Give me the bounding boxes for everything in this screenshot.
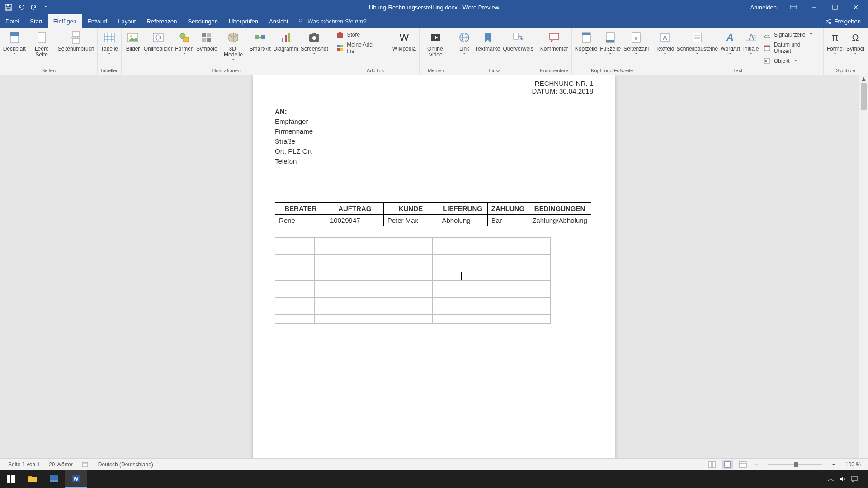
- tell-me-search[interactable]: Was möchten Sie tun?: [294, 14, 367, 28]
- svg-rect-32: [202, 33, 206, 37]
- 3d-models-button[interactable]: 3D-Modelle: [218, 29, 248, 62]
- group-symbols: π Formel Ω Symbol Symbole: [824, 28, 868, 75]
- footer-button[interactable]: Fußzeile: [599, 29, 622, 56]
- svg-rect-90: [7, 479, 10, 483]
- vertical-scrollbar[interactable]: ▲ ▼: [859, 75, 868, 472]
- svg-rect-41: [288, 33, 290, 42]
- status-words[interactable]: 29 Wörter: [44, 461, 77, 468]
- info-table[interactable]: BERATER AUFTRAG KUNDE LIEFERUNG ZAHLUNG …: [275, 202, 591, 226]
- read-mode-icon[interactable]: [706, 460, 718, 469]
- svg-rect-16: [10, 32, 19, 36]
- online-video-button[interactable]: Online-video: [421, 29, 451, 59]
- tab-file[interactable]: Datei: [0, 14, 24, 28]
- page-break-button[interactable]: Seitenumbruch: [57, 29, 95, 53]
- signature-line-button[interactable]: Signaturzeile: [761, 30, 821, 39]
- link-button[interactable]: Link: [455, 29, 474, 56]
- undo-icon[interactable]: [16, 2, 26, 12]
- smartart-button[interactable]: SmartArt: [248, 29, 272, 53]
- taskbar-word-icon[interactable]: W: [65, 470, 87, 488]
- document-page[interactable]: RECHNUNG NR. 1 DATUM: 30.04.2018 AN: Emp…: [253, 75, 615, 472]
- store-icon: [336, 31, 344, 39]
- tab-home[interactable]: Start: [24, 14, 47, 28]
- wordart-button[interactable]: A WordArt: [719, 29, 741, 56]
- tray-chevron-up-icon[interactable]: ︿: [827, 474, 835, 484]
- svg-text:Ω: Ω: [852, 33, 859, 42]
- my-addins-button[interactable]: Meine Add-Ins: [334, 41, 390, 55]
- save-icon[interactable]: [4, 2, 14, 12]
- share-button[interactable]: Freigeben: [825, 18, 861, 25]
- wikipedia-button[interactable]: W Wikipedia: [391, 29, 417, 53]
- equation-button[interactable]: π Formel: [826, 29, 845, 56]
- tray-notifications-icon[interactable]: [851, 475, 858, 483]
- svg-rect-85: [725, 462, 730, 467]
- group-tables: Tabelle Tabellen: [98, 28, 122, 75]
- ribbon-display-icon[interactable]: [783, 0, 804, 14]
- status-language[interactable]: Deutsch (Deutschland): [94, 461, 158, 468]
- sign-in-link[interactable]: Anmelden: [744, 4, 783, 11]
- group-header-footer: Kopfzeile Fußzeile # Seitenzahl Kopf- un…: [572, 28, 652, 75]
- bookmark-button[interactable]: Textmarke: [474, 29, 501, 53]
- invoice-date: DATUM: 30.04.2018: [275, 87, 593, 95]
- zoom-level[interactable]: 100 %: [842, 461, 864, 468]
- zoom-knob[interactable]: [794, 462, 798, 467]
- tab-layout[interactable]: Layout: [113, 14, 141, 28]
- svg-text:W: W: [399, 32, 409, 43]
- store-button[interactable]: Store: [334, 30, 390, 39]
- header-button[interactable]: Kopfzeile: [574, 29, 599, 56]
- shapes-button[interactable]: Formen: [174, 29, 195, 56]
- icons-button[interactable]: Symbole: [195, 29, 218, 53]
- tab-references[interactable]: Referenzen: [141, 14, 182, 28]
- page-number-button[interactable]: # Seitenzahl: [622, 29, 650, 56]
- dropcap-button[interactable]: A Initiale: [741, 29, 760, 56]
- tab-insert[interactable]: Einfügen: [48, 14, 82, 28]
- screenshot-button[interactable]: Screenshot: [299, 29, 329, 56]
- textbox-button[interactable]: A Textfeld: [654, 29, 675, 56]
- crossref-button[interactable]: Querverweis: [501, 29, 534, 53]
- group-addins: Store Meine Add-Ins W Wikipedia Add-Ins: [331, 28, 419, 75]
- tab-design[interactable]: Entwurf: [82, 14, 113, 28]
- print-layout-icon[interactable]: [722, 460, 733, 469]
- svg-rect-19: [72, 39, 80, 43]
- taskbar-app-icon[interactable]: [43, 470, 65, 488]
- taskbar: W ︿: [0, 470, 868, 488]
- taskbar-explorer-icon[interactable]: [22, 470, 43, 488]
- tab-mailings[interactable]: Sendungen: [183, 14, 224, 28]
- minimize-button[interactable]: [804, 0, 825, 14]
- svg-rect-92: [28, 477, 37, 482]
- web-layout-icon[interactable]: [737, 460, 749, 469]
- quickparts-button[interactable]: Schnellbausteine: [675, 29, 719, 56]
- tab-review[interactable]: Überprüfen: [223, 14, 264, 28]
- status-page[interactable]: Seite 1 von 1: [4, 461, 44, 468]
- object-icon: [763, 57, 771, 65]
- scroll-thumb[interactable]: [861, 83, 867, 110]
- symbol-button[interactable]: Ω Symbol: [845, 29, 866, 56]
- tray-volume-icon[interactable]: [839, 475, 846, 483]
- pictures-button[interactable]: Bilder: [123, 29, 142, 53]
- maximize-button[interactable]: [825, 0, 845, 14]
- zoom-out-button[interactable]: −: [752, 461, 761, 468]
- scroll-up-icon[interactable]: ▲: [859, 75, 868, 83]
- zoom-in-button[interactable]: +: [830, 461, 838, 468]
- object-button[interactable]: Objekt: [761, 56, 821, 66]
- chart-button[interactable]: Diagramm: [272, 29, 300, 53]
- spellcheck-icon[interactable]: [77, 461, 94, 468]
- tab-view[interactable]: Ansicht: [264, 14, 294, 28]
- svg-rect-83: [708, 462, 712, 467]
- document-workspace[interactable]: RECHNUNG NR. 1 DATUM: 30.04.2018 AN: Emp…: [0, 75, 859, 472]
- blank-page-button[interactable]: Leere Seite: [27, 29, 57, 59]
- date-time-button[interactable]: Datum und Uhrzeit: [761, 41, 821, 55]
- qat-customize-icon[interactable]: [42, 2, 48, 12]
- start-button[interactable]: [0, 470, 22, 488]
- empty-table[interactable]: [275, 237, 551, 324]
- table-button[interactable]: Tabelle: [99, 29, 119, 56]
- svg-rect-33: [207, 33, 211, 37]
- svg-rect-3: [791, 5, 796, 9]
- close-button[interactable]: [845, 0, 866, 14]
- online-pictures-button[interactable]: Onlinebilder: [142, 29, 174, 53]
- cover-page-button[interactable]: Deckblatt: [2, 29, 27, 56]
- comment-button[interactable]: Kommentar: [539, 29, 570, 53]
- svg-text:W: W: [74, 476, 79, 482]
- svg-rect-49: [340, 48, 343, 51]
- redo-icon[interactable]: [29, 2, 39, 12]
- zoom-slider[interactable]: [768, 464, 822, 465]
